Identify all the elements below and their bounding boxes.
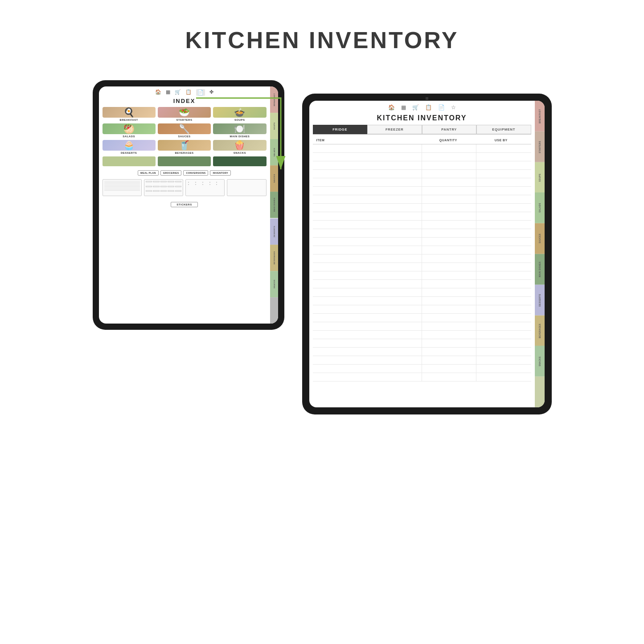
table-row (313, 339, 531, 348)
stickers-button[interactable]: STICKERS (171, 202, 197, 207)
table-row (313, 356, 531, 365)
useby-header: USE BY (475, 139, 528, 142)
table-row (313, 331, 531, 339)
table-row (313, 280, 531, 288)
tab-breakfast-right[interactable]: BREAKFAST (535, 101, 545, 131)
breakfast-label: BREAKFAST (120, 119, 138, 121)
tab-more-left[interactable] (270, 297, 278, 324)
tab-soups-right[interactable]: SOUPS (535, 162, 545, 193)
cart-icon-right[interactable]: 🛒 (412, 104, 419, 111)
sauces-label: SAUCES (178, 135, 190, 138)
camera (426, 97, 428, 100)
home-icon-right[interactable]: 🏠 (388, 104, 395, 111)
column-headers: ITEM QUANTITY USE BY (313, 136, 531, 144)
tab-starters-right[interactable]: STARTERS (535, 131, 545, 162)
tab-salads-right[interactable]: SALADS (535, 193, 545, 223)
page-title: KITCHEN INVENTORY (185, 27, 459, 53)
tab-snacks-right[interactable]: SNACKS (535, 346, 545, 377)
quantity-header: QUANTITY (422, 139, 475, 142)
navigation-arrow (192, 94, 325, 174)
table-row (313, 373, 531, 381)
table-row (313, 221, 531, 229)
table-row (313, 305, 531, 314)
inventory-title: KITCHEN INVENTORY (309, 114, 535, 122)
table-row (313, 161, 531, 170)
item-cell[interactable] (313, 144, 422, 152)
table-row (313, 170, 531, 178)
paper-grid (99, 177, 270, 198)
grid-icon[interactable]: ▦ (166, 89, 170, 96)
category-tabs: FRIDGE FREEZER PANTRY EQUIPMENT (313, 125, 531, 135)
clip-icon-right[interactable]: 📋 (425, 104, 432, 111)
tab-pantry[interactable]: PANTRY (422, 125, 477, 134)
meal-plan-button[interactable]: MEAL PLAN (138, 170, 159, 176)
paper-lined (103, 179, 142, 196)
food-item-breakfast[interactable]: 🍳 BREAKFAST (103, 107, 156, 121)
starters-label: STARTERS (176, 119, 193, 121)
table-row (313, 365, 531, 373)
useby-cell[interactable] (476, 144, 531, 152)
right-screen: 🏠 ▦ 🛒 📋 📄 ☆ KITCHEN INVENTORY FRIDGE FRE… (309, 101, 545, 407)
paper-grid-item (144, 179, 183, 196)
desserts-image: 🧁 (103, 140, 156, 151)
table-row (313, 153, 531, 161)
star-icon-right[interactable]: ☆ (451, 104, 456, 111)
item-header: ITEM (316, 139, 422, 142)
tab-equipment[interactable]: EQUIPMENT (476, 125, 531, 134)
tab-snacks-left[interactable]: SNACKS (270, 271, 278, 297)
grid-icon-right[interactable]: ▦ (401, 104, 406, 111)
table-row (313, 348, 531, 356)
tab-maindishes-right[interactable]: MAIN DISHES (535, 254, 545, 285)
food-item-salads[interactable]: 🥙 SALADS (103, 123, 156, 138)
cart-icon[interactable]: 🛒 (175, 89, 181, 96)
groceries-button[interactable]: GROCERIES (160, 170, 182, 176)
right-top-nav: 🏠 ▦ 🛒 📋 📄 ☆ (309, 101, 535, 112)
list-icon[interactable]: 📋 (185, 89, 192, 96)
table-row (313, 271, 531, 280)
table-row (313, 288, 531, 297)
breakfast-image: 🍳 (103, 107, 156, 118)
right-content: 🏠 ▦ 🛒 📋 📄 ☆ KITCHEN INVENTORY FRIDGE FRE… (309, 101, 535, 407)
table-row (313, 178, 531, 187)
color-box-1 (103, 156, 156, 166)
salads-image: 🥙 (103, 123, 156, 134)
food-item-desserts[interactable]: 🧁 DESSERTS (103, 140, 156, 154)
inventory-rows (309, 144, 535, 407)
table-row (313, 314, 531, 322)
tab-desserts-left[interactable]: DESSERTS (270, 218, 278, 245)
tab-more-right[interactable] (535, 377, 545, 407)
table-row (313, 297, 531, 305)
table-row (313, 246, 531, 254)
right-side-tabs: BREAKFAST STARTERS SOUPS SALADS SAUCES M… (535, 101, 545, 407)
tab-sauces-right[interactable]: SAUCES (535, 223, 545, 254)
table-row (313, 229, 531, 238)
table-row (313, 144, 531, 153)
quantity-cell[interactable] (422, 144, 477, 152)
table-row (313, 322, 531, 331)
paper-dots (185, 179, 225, 196)
tab-beverages-left[interactable]: BEVERAGES (270, 245, 278, 271)
right-tablet: 🏠 ▦ 🛒 📋 📄 ☆ KITCHEN INVENTORY FRIDGE FRE… (302, 94, 552, 414)
table-row (313, 204, 531, 212)
paper-blank (227, 179, 266, 196)
tab-desserts-right[interactable]: DESSERTS (535, 285, 545, 316)
table-row (313, 195, 531, 204)
tab-freezer[interactable]: FREEZER (367, 125, 422, 134)
tab-maindishes-left[interactable]: MAIN DISHES (270, 192, 278, 218)
table-row (313, 212, 531, 221)
doc-icon-right[interactable]: 📄 (438, 104, 445, 111)
table-row (313, 187, 531, 195)
table-row (313, 263, 531, 271)
salads-label: SALADS (123, 135, 135, 138)
home-icon[interactable]: 🏠 (155, 89, 161, 96)
table-row (313, 254, 531, 263)
tablets-container: 🏠 ▦ 🛒 📋 📄 ✤ INDEX 🍳 BREAKFAST (0, 80, 644, 414)
tab-beverages-right[interactable]: BEVERAGES (535, 316, 545, 346)
stickers-section: STICKERS (99, 199, 270, 207)
table-row (313, 238, 531, 246)
